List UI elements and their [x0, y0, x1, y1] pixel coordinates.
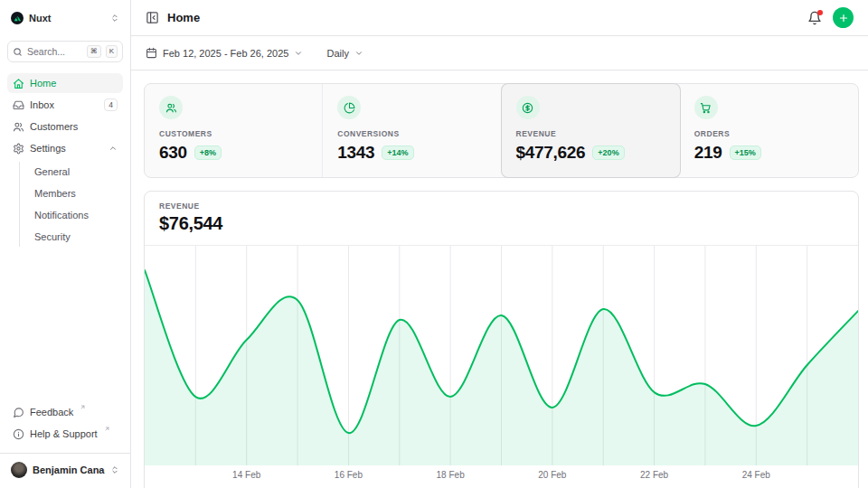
stat-value: $477,626 — [516, 143, 586, 163]
sidebar-item-members[interactable]: Members — [31, 183, 123, 203]
stat-card-orders[interactable]: ORDERS 219 +15% — [680, 84, 858, 177]
sidebar-item-label: Customers — [30, 121, 78, 132]
sidebar: Nuxt Search... ⌘ K Home Inbox 4 — [0, 0, 131, 488]
sidebar-item-label: Inbox — [30, 99, 54, 110]
sidebar-item-label: Members — [34, 188, 76, 199]
sidebar-item-label: General — [34, 166, 70, 177]
x-axis-tick-label: 22 Feb — [640, 470, 669, 480]
main-area: Home Feb 12, 2025 - Feb 26, 2025 — [131, 0, 868, 488]
chevron-up-down-icon — [110, 465, 119, 474]
sidebar-item-customers[interactable]: Customers — [7, 117, 123, 136]
chevron-up-down-icon — [110, 14, 119, 23]
kbd-k: K — [106, 45, 118, 58]
sidebar-item-settings[interactable]: Settings — [7, 138, 123, 158]
gear-icon — [13, 143, 24, 155]
filters-toolbar: Feb 12, 2025 - Feb 26, 2025 Daily — [131, 36, 868, 70]
stat-label: ORDERS — [694, 129, 844, 138]
collapse-sidebar-button[interactable] — [146, 11, 159, 24]
revenue-area-chart[interactable]: 14 Feb16 Feb18 Feb20 Feb22 Feb24 Feb — [145, 246, 858, 483]
chart-label: REVENUE — [159, 202, 844, 211]
stat-value: 219 — [694, 143, 722, 163]
stat-card-customers[interactable]: CUSTOMERS 630 +8% — [145, 84, 323, 177]
help-support-label: Help & Support — [30, 428, 98, 439]
plus-icon — [838, 13, 849, 23]
period-label: Daily — [326, 48, 348, 59]
search-input[interactable]: Search... ⌘ K — [7, 41, 123, 62]
sidebar-item-general[interactable]: General — [31, 162, 123, 182]
sidebar-item-label: Security — [34, 231, 71, 242]
chevron-down-icon — [354, 49, 363, 58]
stat-card-conversions[interactable]: CONVERSIONS 1343 +14% — [323, 84, 501, 177]
workspace-name: Nuxt — [29, 13, 51, 23]
x-axis-tick-label: 18 Feb — [437, 470, 466, 480]
avatar — [11, 462, 27, 478]
workspace-switcher[interactable]: Nuxt — [7, 7, 123, 29]
panel-left-close-icon — [146, 11, 159, 24]
sidebar-footer: Feedback Help & Support Benjamin Canac — [7, 402, 123, 481]
pie-chart-icon — [337, 96, 361, 119]
stat-delta-badge: +20% — [592, 145, 624, 160]
stat-label: REVENUE — [516, 129, 665, 138]
sidebar-item-home[interactable]: Home — [7, 73, 123, 93]
search-placeholder: Search... — [27, 46, 82, 57]
user-name: Benjamin Canac — [33, 465, 105, 475]
inbox-count-badge: 4 — [104, 99, 118, 111]
info-circle-icon — [13, 428, 24, 440]
period-select[interactable]: Daily — [326, 48, 363, 59]
x-axis-tick-label: 16 Feb — [335, 470, 363, 480]
sidebar-nav: Home Inbox 4 Customers Settings Genera — [7, 73, 123, 247]
settings-subnav: General Members Notifications Security — [19, 162, 123, 247]
sidebar-item-label: Home — [30, 78, 56, 89]
notification-dot — [817, 10, 823, 15]
external-link-icon — [104, 426, 110, 432]
chevron-down-icon — [294, 49, 303, 58]
header-actions — [807, 7, 854, 28]
page-title: Home — [167, 11, 200, 24]
x-axis-tick-label: 20 Feb — [538, 470, 567, 480]
chevron-up-icon — [108, 144, 118, 153]
stats-row: CUSTOMERS 630 +8% CONVERSIONS 1343 +14% — [144, 83, 859, 178]
stat-delta-badge: +14% — [382, 145, 413, 160]
sidebar-item-label: Notifications — [34, 210, 89, 221]
x-axis-tick-label: 24 Feb — [742, 470, 771, 480]
feedback-label: Feedback — [30, 407, 73, 418]
sidebar-item-security[interactable]: Security — [31, 227, 123, 247]
external-link-icon — [80, 404, 86, 410]
search-icon — [13, 47, 23, 57]
stat-value: 1343 — [337, 143, 374, 163]
stat-delta-badge: +15% — [730, 145, 761, 160]
revenue-chart-header: REVENUE $76,544 — [145, 192, 858, 246]
circle-dollar-icon — [516, 96, 540, 119]
date-range-picker[interactable]: Feb 12, 2025 - Feb 26, 2025 — [146, 47, 303, 59]
shopping-cart-icon — [694, 96, 718, 119]
calendar-icon — [146, 47, 157, 59]
stat-delta-badge: +8% — [194, 145, 222, 160]
nuxt-logo-icon — [11, 12, 24, 24]
page-header: Home — [131, 0, 868, 36]
date-range-label: Feb 12, 2025 - Feb 26, 2025 — [163, 48, 288, 59]
stat-value: 630 — [159, 143, 187, 163]
message-bubble-icon — [13, 407, 24, 418]
add-button[interactable] — [833, 7, 854, 28]
help-support-link[interactable]: Help & Support — [7, 424, 123, 444]
sidebar-item-inbox[interactable]: Inbox 4 — [7, 95, 123, 115]
home-icon — [13, 78, 24, 89]
kbd-cmd: ⌘ — [87, 45, 101, 58]
stat-card-revenue[interactable]: REVENUE $477,626 +20% — [502, 84, 680, 177]
users-icon — [13, 121, 24, 133]
sidebar-item-label: Settings — [30, 143, 66, 154]
chart-total-value: $76,544 — [159, 213, 844, 234]
users-icon — [159, 96, 183, 119]
notifications-button[interactable] — [807, 11, 822, 25]
inbox-icon — [13, 99, 24, 111]
stat-label: CONVERSIONS — [337, 129, 486, 138]
sidebar-item-notifications[interactable]: Notifications — [31, 205, 123, 225]
revenue-chart-card: REVENUE $76,544 14 Feb16 Feb18 Feb20 Feb… — [144, 191, 859, 488]
stat-label: CUSTOMERS — [159, 129, 307, 138]
feedback-link[interactable]: Feedback — [7, 402, 123, 422]
user-menu[interactable]: Benjamin Canac — [0, 453, 130, 481]
dashboard-content: CUSTOMERS 630 +8% CONVERSIONS 1343 +14% — [131, 70, 868, 488]
x-axis-tick-label: 14 Feb — [232, 470, 261, 480]
